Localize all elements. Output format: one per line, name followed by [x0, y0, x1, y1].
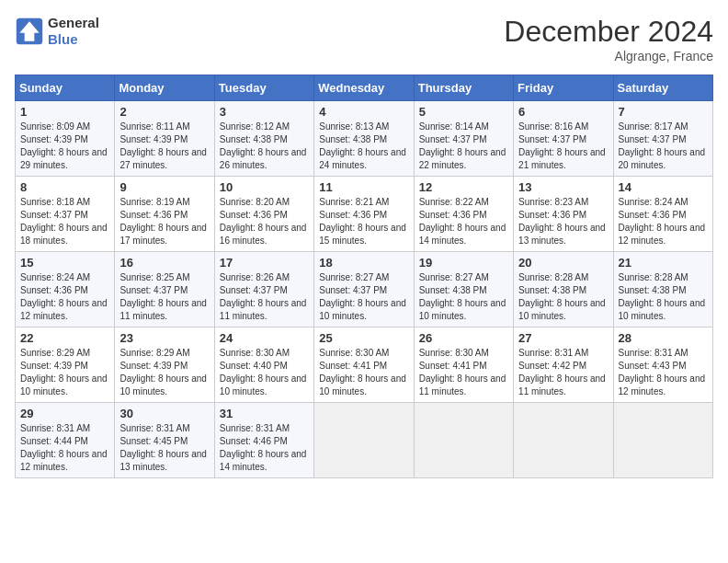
col-thursday: Thursday — [414, 75, 513, 101]
day-cell: 29 Sunrise: 8:31 AMSunset: 4:44 PMDaylig… — [16, 403, 115, 478]
logo-text: General Blue — [48, 15, 99, 48]
day-number: 12 — [419, 180, 508, 194]
day-number: 4 — [319, 105, 408, 119]
day-number: 21 — [619, 256, 708, 270]
cell-content: Sunrise: 8:31 AMSunset: 4:43 PMDaylight:… — [619, 347, 708, 398]
day-number: 26 — [419, 331, 508, 345]
cell-content: Sunrise: 8:18 AMSunset: 4:37 PMDaylight:… — [20, 196, 109, 247]
day-number: 16 — [119, 256, 209, 270]
day-cell: 19 Sunrise: 8:27 AMSunset: 4:38 PMDaylig… — [414, 252, 513, 327]
empty-cell — [613, 403, 712, 478]
table-row: 15 Sunrise: 8:24 AMSunset: 4:36 PMDaylig… — [16, 252, 713, 327]
day-cell: 15 Sunrise: 8:24 AMSunset: 4:36 PMDaylig… — [16, 252, 115, 327]
day-number: 14 — [619, 180, 708, 194]
col-tuesday: Tuesday — [214, 75, 313, 101]
day-cell: 10 Sunrise: 8:20 AMSunset: 4:36 PMDaylig… — [214, 177, 313, 252]
day-cell: 16 Sunrise: 8:25 AMSunset: 4:37 PMDaylig… — [115, 252, 214, 327]
day-cell: 5 Sunrise: 8:14 AMSunset: 4:37 PMDayligh… — [414, 101, 513, 177]
header-row: Sunday Monday Tuesday Wednesday Thursday… — [16, 75, 713, 101]
day-cell: 9 Sunrise: 8:19 AMSunset: 4:36 PMDayligh… — [115, 177, 214, 252]
page-header: General Blue December 2024 Algrange, Fra… — [15, 15, 713, 63]
cell-content: Sunrise: 8:31 AMSunset: 4:45 PMDaylight:… — [119, 422, 209, 474]
day-cell: 13 Sunrise: 8:23 AMSunset: 4:36 PMDaylig… — [514, 177, 613, 252]
day-number: 23 — [119, 331, 209, 345]
day-cell: 18 Sunrise: 8:27 AMSunset: 4:37 PMDaylig… — [314, 252, 414, 327]
day-number: 8 — [20, 180, 109, 194]
day-number: 6 — [518, 105, 608, 119]
day-cell: 25 Sunrise: 8:30 AMSunset: 4:41 PMDaylig… — [314, 327, 414, 403]
cell-content: Sunrise: 8:11 AMSunset: 4:39 PMDaylight:… — [119, 121, 209, 172]
col-saturday: Saturday — [613, 75, 712, 101]
cell-content: Sunrise: 8:28 AMSunset: 4:38 PMDaylight:… — [518, 271, 608, 323]
table-row: 22 Sunrise: 8:29 AMSunset: 4:39 PMDaylig… — [16, 327, 713, 403]
cell-content: Sunrise: 8:31 AMSunset: 4:42 PMDaylight:… — [518, 347, 608, 398]
day-number: 2 — [119, 105, 209, 119]
cell-content: Sunrise: 8:17 AMSunset: 4:37 PMDaylight:… — [619, 121, 708, 172]
cell-content: Sunrise: 8:30 AMSunset: 4:40 PMDaylight:… — [220, 347, 309, 398]
day-cell: 1 Sunrise: 8:09 AMSunset: 4:39 PMDayligh… — [16, 101, 115, 177]
day-number: 3 — [220, 105, 309, 119]
empty-cell — [414, 403, 513, 478]
cell-content: Sunrise: 8:30 AMSunset: 4:41 PMDaylight:… — [419, 347, 508, 398]
day-cell: 8 Sunrise: 8:18 AMSunset: 4:37 PMDayligh… — [16, 177, 115, 252]
day-number: 9 — [119, 180, 209, 194]
day-cell: 7 Sunrise: 8:17 AMSunset: 4:37 PMDayligh… — [613, 101, 712, 177]
day-cell: 21 Sunrise: 8:28 AMSunset: 4:38 PMDaylig… — [613, 252, 712, 327]
day-cell: 12 Sunrise: 8:22 AMSunset: 4:36 PMDaylig… — [414, 177, 513, 252]
col-friday: Friday — [514, 75, 613, 101]
day-cell: 30 Sunrise: 8:31 AMSunset: 4:45 PMDaylig… — [115, 403, 214, 478]
day-cell: 31 Sunrise: 8:31 AMSunset: 4:46 PMDaylig… — [214, 403, 313, 478]
day-cell: 22 Sunrise: 8:29 AMSunset: 4:39 PMDaylig… — [16, 327, 115, 403]
col-wednesday: Wednesday — [314, 75, 414, 101]
cell-content: Sunrise: 8:26 AMSunset: 4:37 PMDaylight:… — [220, 271, 309, 323]
day-number: 17 — [220, 256, 309, 270]
cell-content: Sunrise: 8:12 AMSunset: 4:38 PMDaylight:… — [220, 121, 309, 172]
cell-content: Sunrise: 8:24 AMSunset: 4:36 PMDaylight:… — [20, 271, 109, 323]
day-number: 29 — [20, 407, 109, 420]
day-number: 24 — [220, 331, 309, 345]
cell-content: Sunrise: 8:27 AMSunset: 4:38 PMDaylight:… — [419, 271, 508, 323]
cell-content: Sunrise: 8:25 AMSunset: 4:37 PMDaylight:… — [119, 271, 209, 323]
day-number: 27 — [518, 331, 608, 345]
day-number: 31 — [220, 407, 309, 420]
cell-content: Sunrise: 8:31 AMSunset: 4:46 PMDaylight:… — [220, 422, 309, 474]
day-number: 7 — [619, 105, 708, 119]
day-number: 30 — [119, 407, 209, 420]
day-number: 15 — [20, 256, 109, 270]
table-row: 8 Sunrise: 8:18 AMSunset: 4:37 PMDayligh… — [16, 177, 713, 252]
day-cell: 17 Sunrise: 8:26 AMSunset: 4:37 PMDaylig… — [214, 252, 313, 327]
cell-content: Sunrise: 8:13 AMSunset: 4:38 PMDaylight:… — [319, 121, 408, 172]
day-cell: 4 Sunrise: 8:13 AMSunset: 4:38 PMDayligh… — [314, 101, 414, 177]
day-number: 11 — [319, 180, 408, 194]
day-cell: 6 Sunrise: 8:16 AMSunset: 4:37 PMDayligh… — [514, 101, 613, 177]
day-number: 22 — [20, 331, 109, 345]
cell-content: Sunrise: 8:16 AMSunset: 4:37 PMDaylight:… — [518, 121, 608, 172]
location: Algrange, France — [504, 49, 713, 63]
logo-icon — [15, 17, 44, 46]
day-cell: 23 Sunrise: 8:29 AMSunset: 4:39 PMDaylig… — [115, 327, 214, 403]
day-number: 18 — [319, 256, 408, 270]
day-cell: 11 Sunrise: 8:21 AMSunset: 4:36 PMDaylig… — [314, 177, 414, 252]
day-cell: 14 Sunrise: 8:24 AMSunset: 4:36 PMDaylig… — [613, 177, 712, 252]
cell-content: Sunrise: 8:14 AMSunset: 4:37 PMDaylight:… — [419, 121, 508, 172]
cell-content: Sunrise: 8:22 AMSunset: 4:36 PMDaylight:… — [419, 196, 508, 247]
cell-content: Sunrise: 8:30 AMSunset: 4:41 PMDaylight:… — [319, 347, 408, 398]
day-cell: 27 Sunrise: 8:31 AMSunset: 4:42 PMDaylig… — [514, 327, 613, 403]
col-sunday: Sunday — [16, 75, 115, 101]
col-monday: Monday — [115, 75, 214, 101]
day-number: 25 — [319, 331, 408, 345]
day-number: 5 — [419, 105, 508, 119]
table-row: 1 Sunrise: 8:09 AMSunset: 4:39 PMDayligh… — [16, 101, 713, 177]
calendar-table: Sunday Monday Tuesday Wednesday Thursday… — [15, 75, 713, 478]
cell-content: Sunrise: 8:21 AMSunset: 4:36 PMDaylight:… — [319, 196, 408, 247]
empty-cell — [314, 403, 414, 478]
cell-content: Sunrise: 8:27 AMSunset: 4:37 PMDaylight:… — [319, 271, 408, 323]
title-block: December 2024 Algrange, France — [504, 15, 713, 63]
cell-content: Sunrise: 8:29 AMSunset: 4:39 PMDaylight:… — [119, 347, 209, 398]
cell-content: Sunrise: 8:24 AMSunset: 4:36 PMDaylight:… — [619, 196, 708, 247]
cell-content: Sunrise: 8:28 AMSunset: 4:38 PMDaylight:… — [619, 271, 708, 323]
table-row: 29 Sunrise: 8:31 AMSunset: 4:44 PMDaylig… — [16, 403, 713, 478]
cell-content: Sunrise: 8:09 AMSunset: 4:39 PMDaylight:… — [20, 121, 109, 172]
day-number: 20 — [518, 256, 608, 270]
cell-content: Sunrise: 8:19 AMSunset: 4:36 PMDaylight:… — [119, 196, 209, 247]
